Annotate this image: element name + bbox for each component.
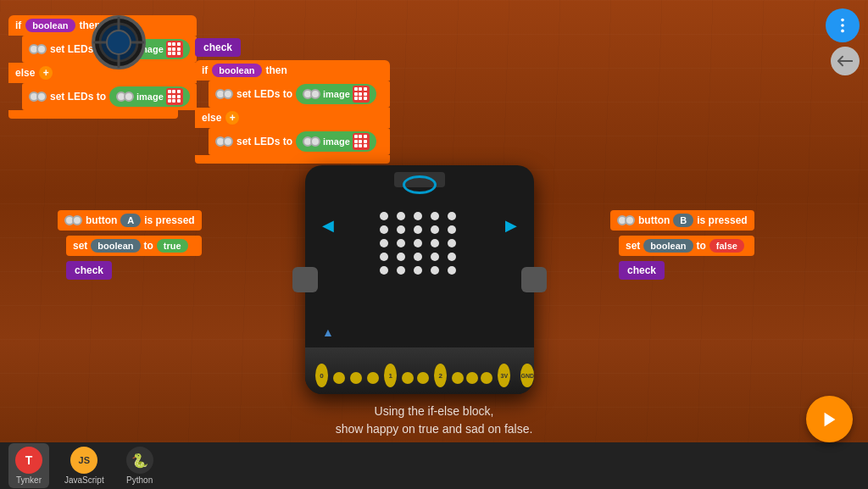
menu-button[interactable] <box>826 8 860 42</box>
else-row-2[interactable]: else + <box>195 108 390 128</box>
led-5-5 <box>448 266 456 275</box>
check-block-top[interactable]: check <box>195 38 241 57</box>
microbit-button-right[interactable] <box>521 267 547 292</box>
button-label-b: button <box>638 214 670 226</box>
led-1-2 <box>397 212 405 220</box>
pin-small-6 <box>452 372 464 384</box>
led-3-2 <box>397 239 405 247</box>
python-label: Python <box>126 475 153 485</box>
else-label-2: else <box>202 112 221 124</box>
microbit-button-left[interactable] <box>292 267 318 292</box>
led-4-4 <box>431 253 439 261</box>
back-button[interactable] <box>831 47 860 75</box>
led-4-3 <box>414 253 422 261</box>
button-a-letter[interactable]: A <box>120 214 141 227</box>
set-leds-label-2: set LEDs to <box>50 91 106 103</box>
svg-point-2 <box>841 30 844 33</box>
is-pressed-label-b: is pressed <box>697 214 747 226</box>
python-icon: 🐍 <box>131 453 148 469</box>
led-4-5 <box>448 253 456 261</box>
check-block-right[interactable]: check <box>619 261 665 280</box>
led-5-3 <box>414 266 422 275</box>
set-boolean-false-block[interactable]: set boolean to false <box>619 236 754 256</box>
microbit-device: ◀ ▶ ▲ 0 1 2 3V GND <box>305 165 534 394</box>
set-boolean-true-block[interactable]: set boolean to true <box>66 236 202 256</box>
image-pill-4[interactable]: image <box>296 131 376 152</box>
set-leds-block-2[interactable]: set LEDs to image <box>22 83 197 110</box>
tynker-icon: T <box>25 453 33 467</box>
boolean-pill-b[interactable]: boolean <box>643 239 693 253</box>
led-1-5 <box>448 212 456 220</box>
pin-small-1 <box>333 372 345 384</box>
instruction-line1: Using the if-else block, <box>336 403 533 420</box>
if-label: if <box>15 19 21 31</box>
pin-small-5 <box>417 372 429 384</box>
boolean-pill-2[interactable]: boolean <box>212 64 261 77</box>
led-5-4 <box>431 266 439 275</box>
false-value[interactable]: false <box>709 239 744 253</box>
svg-point-1 <box>841 24 844 27</box>
if-boolean-then-block-2[interactable]: if boolean then <box>195 60 390 81</box>
led-1-3 <box>414 212 422 220</box>
javascript-icon: JS <box>79 455 90 465</box>
toolbar-python[interactable]: 🐍 Python <box>120 443 160 488</box>
pin-small-8 <box>481 372 492 384</box>
led-2-5 <box>448 225 456 234</box>
led-3-5 <box>448 239 456 247</box>
is-pressed-label-a: is pressed <box>144 214 194 226</box>
pin-small-7 <box>466 372 478 384</box>
image-pill-3[interactable]: image <box>296 84 376 104</box>
microbit-led-grid <box>380 212 459 275</box>
svg-point-5 <box>107 31 131 54</box>
then-label-2: then <box>266 64 287 76</box>
led-5-2 <box>397 266 405 275</box>
top-center-block-group: check if boolean then set LEDs to image <box>195 38 390 164</box>
bottom-right-block-group: button B is pressed set boolean to false… <box>610 210 754 280</box>
else-label-1: else <box>15 67 35 79</box>
button-a-pressed-block[interactable]: button A is pressed <box>58 210 202 231</box>
boolean-pill[interactable]: boolean <box>25 19 75 32</box>
button-b-pressed-block[interactable]: button B is pressed <box>610 210 754 231</box>
pin-small-4 <box>402 372 414 384</box>
image-pill-2[interactable]: image <box>109 86 190 107</box>
pin-small-3 <box>367 372 379 384</box>
plus-button-2[interactable]: + <box>225 111 239 125</box>
led-1-1 <box>380 212 388 220</box>
pin-gnd: GND <box>520 364 534 387</box>
led-4-2 <box>397 253 405 261</box>
bottom-left-block-group: button A is pressed set boolean to true … <box>58 210 202 280</box>
set-leds-label-4: set LEDs to <box>236 136 292 147</box>
boolean-pill-a[interactable]: boolean <box>91 239 140 253</box>
toolbar-tynker[interactable]: T Tynker <box>8 443 49 488</box>
pin-small-2 <box>350 372 362 384</box>
set-leds-label-3: set LEDs to <box>236 88 292 100</box>
bottom-toolbar: T Tynker JS JavaScript 🐍 Python <box>0 442 868 489</box>
led-3-3 <box>414 239 422 247</box>
set-leds-block-3[interactable]: set LEDs to image <box>209 81 390 108</box>
true-value[interactable]: true <box>157 239 188 253</box>
led-2-4 <box>431 225 439 234</box>
pin-1: 1 <box>384 364 397 387</box>
plus-button-1[interactable]: + <box>39 66 53 80</box>
set-leds-block-4[interactable]: set LEDs to image <box>209 128 390 155</box>
set-label-b: set <box>626 240 640 252</box>
led-5-1 <box>380 266 388 275</box>
pin-2: 2 <box>434 364 447 387</box>
check-block-left[interactable]: check <box>66 261 112 280</box>
javascript-label: JavaScript <box>64 475 104 485</box>
button-b-letter[interactable]: B <box>673 214 693 227</box>
microbit-arrow-bottom-left: ▲ <box>322 325 334 339</box>
svg-point-0 <box>841 19 844 22</box>
microbit-arrow-top-right: ▶ <box>505 216 517 235</box>
microbit-bottom-pins: 0 1 2 3V GND <box>305 347 534 394</box>
pin-3v: 3V <box>498 364 510 387</box>
toolbar-javascript[interactable]: JS JavaScript <box>58 443 111 488</box>
instruction-text: Using the if-else block, show happy on t… <box>336 403 533 438</box>
play-button[interactable] <box>806 396 853 442</box>
instruction-line2: show happy on true and sad on false. <box>336 420 533 438</box>
svg-marker-10 <box>824 412 835 426</box>
led-4-1 <box>380 253 388 261</box>
led-3-1 <box>380 239 388 247</box>
button-label-a: button <box>86 214 117 226</box>
led-2-3 <box>414 225 422 234</box>
